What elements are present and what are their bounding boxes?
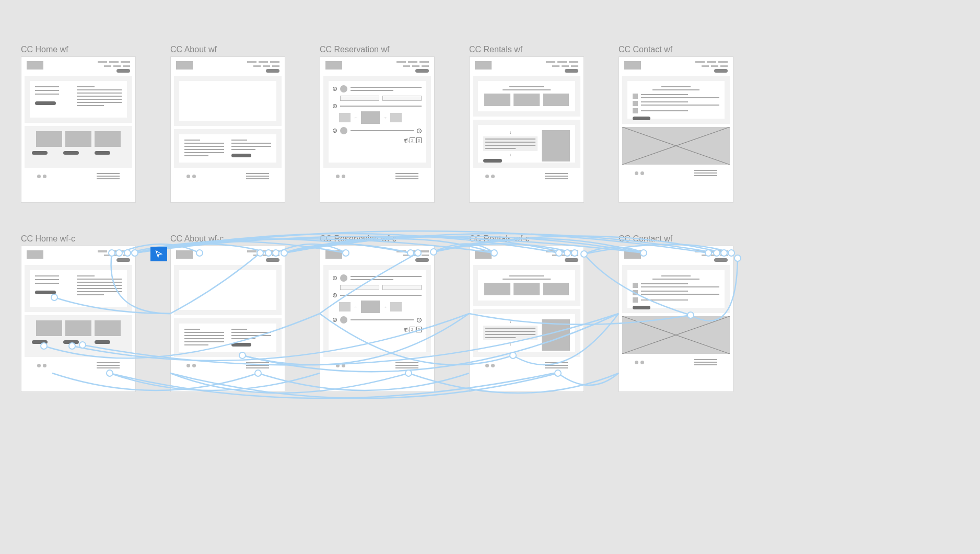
artboard-contact-wf-c[interactable] — [619, 246, 733, 392]
prototype-link-node[interactable] — [734, 255, 741, 262]
footer-placeholder — [470, 168, 584, 183]
artboard-home-wf-c[interactable] — [21, 246, 136, 392]
cta-pill — [116, 69, 130, 73]
footer-placeholder — [21, 168, 135, 183]
artboard-reservation-wf[interactable]: 1 2 ← → 3› ◩ 2 3 — [320, 56, 435, 203]
two-col-text — [174, 129, 282, 168]
artboard-contact-wf[interactable] — [619, 56, 733, 203]
contact-list — [622, 76, 730, 124]
hero-section — [25, 76, 132, 123]
step-2-icon: 2 — [333, 104, 337, 108]
wf-header — [21, 57, 135, 76]
steps-form: 1 2 ← → 3› ◩ 2 3 — [323, 76, 431, 168]
artboard-about-wf-c[interactable] — [170, 246, 285, 392]
artboard-label-reservation-wf[interactable]: CC Reservation wf — [320, 45, 389, 54]
logo-placeholder — [27, 61, 43, 70]
hero-image-placeholder — [174, 76, 282, 126]
artboard-label-contact-wf-c[interactable]: CC Contact wf — [619, 234, 672, 244]
artboard-rentals-wf[interactable]: ↓ ↓ — [469, 56, 584, 203]
artboard-rentals-wf-c[interactable]: ↓↓ — [469, 246, 584, 392]
footer-placeholder — [320, 168, 434, 183]
artboard-label-reservation-wf-c[interactable]: CC Reservation wf-c — [320, 234, 396, 244]
prototype-canvas[interactable]: CC Home wf — [0, 0, 980, 554]
step-1-icon: 1 — [333, 87, 337, 91]
rentals-detail: ↓ ↓ — [473, 120, 580, 168]
artboard-label-contact-wf[interactable]: CC Contact wf — [619, 45, 672, 54]
nav-placeholder — [98, 61, 130, 73]
prototype-cursor-icon[interactable] — [150, 247, 167, 261]
cards-section — [25, 126, 132, 168]
artboard-label-home-wf[interactable]: CC Home wf — [21, 45, 68, 54]
artboard-label-about-wf[interactable]: CC About wf — [170, 45, 217, 54]
wf-header — [320, 57, 434, 76]
artboard-label-rentals-wf[interactable]: CC Rentals wf — [469, 45, 522, 54]
rentals-cards — [473, 76, 580, 117]
footer-placeholder — [171, 168, 285, 183]
artboard-label-about-wf-c[interactable]: CC About wf-c — [170, 234, 224, 244]
next-arrow-icon: › — [417, 129, 422, 133]
artboard-label-home-wf-c[interactable]: CC Home wf-c — [21, 234, 75, 244]
wf-header — [470, 57, 584, 76]
artboard-home-wf[interactable] — [21, 56, 136, 203]
map-placeholder — [622, 127, 730, 165]
wf-header — [171, 57, 285, 76]
artboard-reservation-wf-c[interactable]: 1 2 ←→ 3› ◩23 — [320, 246, 435, 392]
artboard-about-wf[interactable] — [170, 56, 285, 203]
artboard-label-rentals-wf-c[interactable]: CC Rentals wf-c — [469, 234, 530, 244]
step-3-icon: 3 — [333, 129, 337, 133]
wf-header — [619, 57, 733, 76]
footer-placeholder — [619, 165, 733, 180]
pagination-dice-icon: ◩ 2 3 — [333, 137, 422, 143]
